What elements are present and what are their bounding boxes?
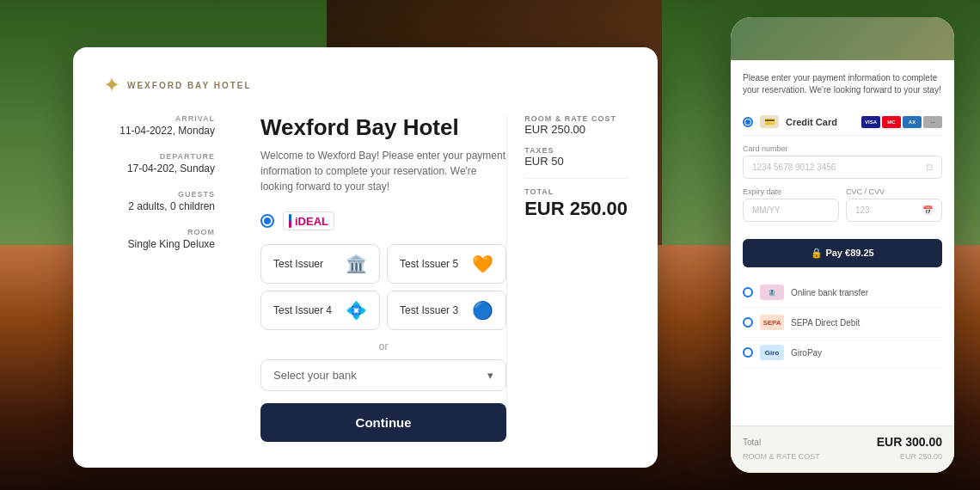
card-number-label: Card number: [743, 144, 942, 153]
ideal-payment-option[interactable]: iDEAL: [260, 211, 506, 230]
guests-info: GUESTS 2 adults, 0 children: [103, 190, 215, 212]
bank-icon-1: 🏛️: [346, 254, 367, 274]
bank-btn-2[interactable]: Test Issuer 5 🧡: [387, 244, 506, 284]
bank-btn-4[interactable]: Test Issuer 3 🔵: [387, 291, 506, 330]
card-number-placeholder: 1234 5678 9012 3456: [752, 162, 836, 172]
room-info: ROOM Single King Deluxe: [103, 228, 215, 250]
arrival-value: 11-04-2022, Monday: [103, 125, 215, 137]
guests-value: 2 adults, 0 children: [103, 200, 215, 212]
hotel-title: Wexford Bay Hotel: [260, 114, 506, 141]
bank-select-placeholder: Select your bank: [273, 369, 357, 382]
phone-giropay-radio[interactable]: [743, 347, 753, 358]
phone-subtotal-row: ROOM & RATE COST EUR 250.00: [743, 452, 942, 461]
card-brands: VISA MC AX ···: [861, 116, 942, 128]
phone-pay-label: Pay €89.25: [825, 248, 873, 258]
departure-info: DEPARTURE 17-04-202, Sunday: [103, 152, 215, 175]
giropay-label: GiroPay: [791, 348, 822, 358]
booking-sidebar: ARRIVAL 11-04-2022, Monday DEPARTURE 17-…: [103, 114, 236, 442]
cost-panel: ROOM & RATE COST EUR 250.00 TAXES EUR 50…: [506, 114, 628, 442]
phone-top-bg: [731, 17, 954, 60]
guests-label: GUESTS: [103, 190, 215, 199]
visa-icon: VISA: [861, 116, 880, 128]
departure-label: DEPARTURE: [103, 152, 215, 161]
sepa-icon: SEPA: [760, 315, 784, 330]
phone-total-label: Total: [743, 438, 761, 447]
room-rate-cost: ROOM & RATE COST EUR 250.00: [524, 114, 628, 136]
mastercard-icon: MC: [882, 116, 901, 128]
taxes-value: EUR 50: [524, 155, 628, 168]
hotel-logo-text: WEXFORD BAY HOTEL: [127, 81, 252, 90]
phone-online-transfer-option[interactable]: 🏦 Online bank transfer: [743, 278, 942, 308]
hotel-description: Welcome to Wexford Bay! Please enter you…: [260, 148, 506, 194]
total-label: TOTAL: [524, 187, 628, 196]
bank-btn-3[interactable]: Test Issuer 4 💠: [260, 291, 380, 330]
bank-btn-1[interactable]: Test Issuer 🏛️: [260, 244, 380, 284]
bank-name-2: Test Issuer 5: [400, 258, 458, 270]
phone-credit-card-option[interactable]: 💳 Credit Card VISA MC AX ···: [743, 108, 942, 136]
cvc-field[interactable]: 123 📅: [846, 199, 942, 222]
phone-content: Please enter your payment information to…: [731, 60, 954, 380]
chevron-down-icon: ▾: [487, 369, 493, 382]
phone-sepa-radio[interactable]: [743, 317, 753, 328]
continue-button[interactable]: Continue: [260, 403, 506, 442]
lock-icon: 🔒: [811, 248, 825, 258]
expiry-label: Expiry date: [743, 187, 839, 196]
total-cost: TOTAL EUR 250.00: [524, 178, 628, 220]
sepa-label: SEPA Direct Debit: [791, 318, 860, 328]
online-transfer-icon: 🏦: [760, 285, 784, 300]
phone-giropay-option[interactable]: Giro GiroPay: [743, 338, 942, 368]
arrival-label: ARRIVAL: [103, 114, 215, 123]
phone-sepa-option[interactable]: SEPA SEPA Direct Debit: [743, 308, 942, 338]
phone-pay-button[interactable]: 🔒 Pay €89.25: [743, 239, 942, 267]
amex-icon: AX: [903, 116, 922, 128]
room-value: Single King Deluxe: [103, 238, 215, 250]
main-booking-card: ✦ WEXFORD BAY HOTEL ARRIVAL 11-04-2022, …: [73, 47, 658, 468]
card-number-field[interactable]: 1234 5678 9012 3456 ⊡: [743, 156, 942, 179]
phone-total-row: Total EUR 300.00: [743, 435, 942, 449]
card-number-field-group: Card number 1234 5678 9012 3456 ⊡: [743, 144, 942, 179]
taxes-cost: TAXES EUR 50: [524, 146, 628, 168]
phone-description: Please enter your payment information to…: [743, 72, 942, 96]
phone-total-value: EUR 300.00: [877, 435, 942, 449]
cvc-field-group: CVC / CVV 123 📅: [846, 187, 942, 230]
or-divider: or: [260, 340, 506, 352]
bank-name-4: Test Issuer 3: [400, 304, 458, 316]
cvc-placeholder: 123: [855, 205, 870, 215]
bank-icon-3: 💠: [346, 300, 367, 321]
room-label: ROOM: [103, 228, 215, 236]
card-scan-icon: ⊡: [926, 162, 933, 172]
ideal-label: iDEAL: [295, 215, 328, 228]
expiry-placeholder: MM/YY: [752, 205, 781, 215]
total-value: EUR 250.00: [524, 198, 628, 220]
bank-name-3: Test Issuer 4: [273, 304, 332, 316]
phone-room-rate-label: ROOM & RATE COST: [743, 452, 820, 461]
bank-select[interactable]: Select your bank ▾: [260, 359, 506, 391]
hotel-logo-icon: ✦: [103, 73, 120, 97]
hotel-logo: ✦ WEXFORD BAY HOTEL: [103, 73, 628, 97]
expiry-field-group: Expiry date MM/YY: [743, 187, 839, 230]
more-cards-icon: ···: [923, 116, 942, 128]
phone-bottom-total: Total EUR 300.00 ROOM & RATE COST EUR 25…: [731, 426, 954, 473]
room-rate-value: EUR 250.00: [524, 123, 628, 136]
phone-credit-card-label: Credit Card: [786, 117, 854, 127]
giropay-icon: Giro: [760, 345, 784, 360]
main-payment-content: Wexford Bay Hotel Welcome to Wexford Bay…: [236, 114, 506, 442]
expiry-field[interactable]: MM/YY: [743, 199, 839, 222]
phone-room-rate-value: EUR 250.00: [900, 452, 942, 461]
card-details-row: Expiry date MM/YY CVC / CVV 123 📅: [743, 187, 942, 230]
phone-card-icon: 💳: [760, 115, 779, 128]
phone-transfer-radio[interactable]: [743, 287, 753, 297]
departure-value: 17-04-202, Sunday: [103, 162, 215, 175]
cvc-label: CVC / CVV: [846, 187, 942, 196]
room-rate-label: ROOM & RATE COST: [524, 114, 628, 123]
calendar-icon: 📅: [922, 205, 933, 215]
ideal-radio[interactable]: [260, 214, 274, 228]
bank-grid: Test Issuer 🏛️ Test Issuer 5 🧡 Test Issu…: [260, 244, 506, 330]
arrival-info: ARRIVAL 11-04-2022, Monday: [103, 114, 215, 137]
phone-credit-card-radio[interactable]: [743, 117, 753, 127]
online-transfer-label: Online bank transfer: [791, 288, 868, 297]
taxes-label: TAXES: [524, 146, 628, 155]
phone-mockup: Please enter your payment information to…: [731, 17, 954, 473]
ideal-logo: iDEAL: [283, 211, 334, 230]
bank-icon-4: 🔵: [472, 300, 493, 321]
